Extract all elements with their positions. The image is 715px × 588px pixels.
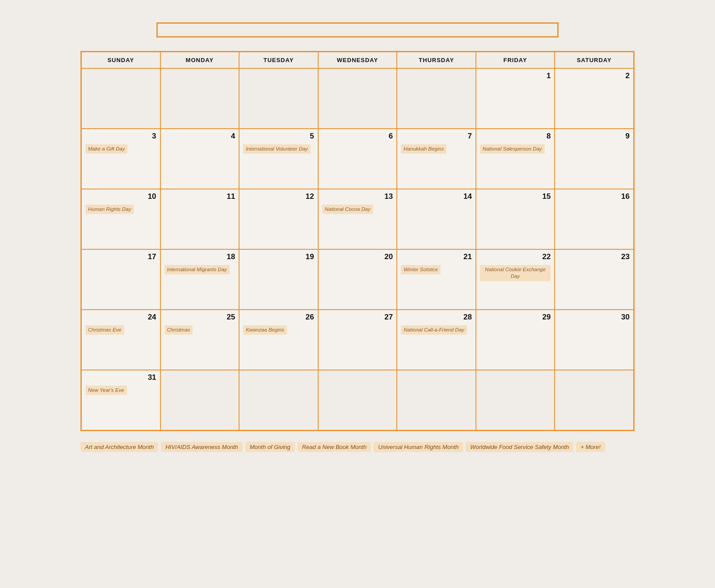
day-number: 30 [559,313,630,322]
day-number: 18 [164,252,236,261]
page-container: SUNDAYMONDAYTUESDAYWEDNESDAYTHURSDAYFRID… [80,9,635,461]
day-number: 9 [559,132,630,141]
day-cell: 16 [555,189,634,249]
day-number: 14 [401,192,472,201]
day-number: 19 [243,252,314,261]
day-number: 31 [85,373,156,382]
day-number: 5 [243,132,314,141]
monthly-tag: HIV/AIDS Awareness Month [161,442,243,452]
event-badge: International Migrants Day [164,265,230,274]
event-badge: New Year's Eve [85,386,127,395]
monthly-tag: Month of Giving [245,442,295,452]
day-cell: 24Christmas Eve [81,310,160,370]
day-cell: 29 [476,310,555,370]
day-header-tuesday: TUESDAY [239,52,318,68]
event-badge: Kwanzaa Begins [243,325,287,335]
event-badge: National Cocoa Day [322,205,373,214]
day-number: 10 [85,192,156,201]
day-cell [81,68,160,129]
day-cell: 9 [555,129,634,189]
day-cell: 10Human Rights Day [81,189,160,249]
monthly-tag: + More! [576,442,605,452]
day-header-thursday: THURSDAY [397,52,476,68]
day-cell: 28National Call-a-Friend Day [397,310,476,370]
day-number: 21 [401,252,472,261]
day-cell [555,370,634,430]
day-cell: 21Winter Solstice [397,249,476,310]
event-badge: Hanukkah Begins [401,144,446,154]
day-cell: 26Kwanzaa Begins [239,310,318,370]
day-number: 27 [322,313,393,322]
monthly-tag: Universal Human Rights Month [374,442,463,452]
day-header-wednesday: WEDNESDAY [318,52,397,68]
title-box [156,22,559,38]
event-badge: Winter Solstice [401,265,441,274]
day-number: 11 [164,192,236,201]
day-number: 25 [164,313,236,322]
event-badge: Make a Gift Day [85,144,127,154]
day-number: 24 [85,313,156,322]
day-cell [239,68,318,129]
day-cell [318,370,397,430]
event-badge: National Salesperson Day [480,144,545,154]
day-cell: 8National Salesperson Day [476,129,555,189]
monthly-tag: Read a New Book Month [298,442,371,452]
day-cell: 22National Cookie Exchange Day [476,249,555,310]
day-cell: 23 [555,249,634,310]
calendar-grid: SUNDAYMONDAYTUESDAYWEDNESDAYTHURSDAYFRID… [80,51,635,431]
day-header-saturday: SATURDAY [555,52,634,68]
day-cell: 30 [555,310,634,370]
day-number: 22 [480,252,551,261]
day-number: 20 [322,252,393,261]
monthly-section: Art and Architecture MonthHIV/AIDS Aware… [80,442,635,452]
day-number: 12 [243,192,314,201]
day-number: 3 [85,132,156,141]
day-cell: 13National Cocoa Day [318,189,397,249]
day-number: 23 [559,252,630,261]
day-number: 15 [480,192,551,201]
day-cell: 5International Volunteer Day [239,129,318,189]
event-badge: Christmas [164,325,193,335]
day-cell: 6 [318,129,397,189]
day-cell [160,68,240,129]
day-cell: 25Christmas [160,310,240,370]
day-cell: 27 [318,310,397,370]
day-header-monday: MONDAY [160,52,240,68]
day-number: 29 [480,313,551,322]
monthly-tag: Worldwide Food Service Safety Month [466,442,573,452]
day-cell [160,370,240,430]
day-number: 16 [559,192,630,201]
monthly-tag: Art and Architecture Month [80,442,158,452]
day-cell: 19 [239,249,318,310]
monthly-tags: Art and Architecture MonthHIV/AIDS Aware… [80,442,635,452]
day-number: 28 [401,313,472,322]
day-cell: 4 [160,129,240,189]
day-number: 6 [322,132,393,141]
day-cell [476,370,555,430]
event-badge: International Volunteer Day [243,144,311,154]
day-cell: 12 [239,189,318,249]
day-number: 26 [243,313,314,322]
day-cell [239,370,318,430]
day-number: 2 [559,71,630,80]
day-header-friday: FRIDAY [476,52,555,68]
day-cell: 31New Year's Eve [81,370,160,430]
event-badge: National Call-a-Friend Day [401,325,467,335]
day-cell [397,68,476,129]
day-cell: 2 [555,68,634,129]
day-number: 13 [322,192,393,201]
day-number: 8 [480,132,551,141]
day-number: 17 [85,252,156,261]
day-cell: 20 [318,249,397,310]
day-header-sunday: SUNDAY [81,52,160,68]
day-cell: 11 [160,189,240,249]
day-cell: 17 [81,249,160,310]
day-cell: 3Make a Gift Day [81,129,160,189]
day-cell: 1 [476,68,555,129]
day-cell [397,370,476,430]
day-cell: 18International Migrants Day [160,249,240,310]
event-badge: Human Rights Day [85,205,134,214]
day-number: 7 [401,132,472,141]
day-cell [318,68,397,129]
day-cell: 14 [397,189,476,249]
